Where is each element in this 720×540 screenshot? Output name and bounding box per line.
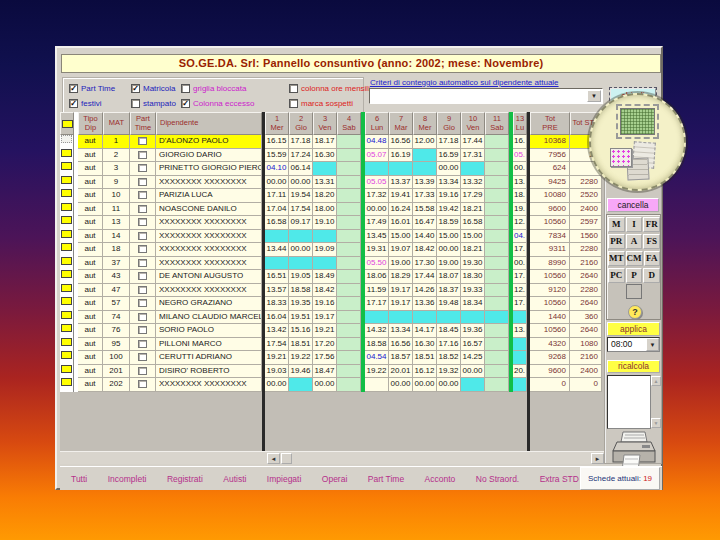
cell-day[interactable]: 17.18 xyxy=(289,135,313,149)
cell-day[interactable]: 15.00 xyxy=(461,230,485,244)
cell-day[interactable]: 17.30 xyxy=(413,257,437,271)
cell-day[interactable]: 18.06 xyxy=(365,270,389,284)
row-select-button[interactable] xyxy=(60,270,74,284)
cell-day[interactable]: 16.15 xyxy=(265,135,289,149)
cell-day[interactable]: 05. xyxy=(513,149,527,163)
row-select-button[interactable] xyxy=(60,324,74,338)
cell-day[interactable]: 15.00 xyxy=(437,230,461,244)
cell-day[interactable] xyxy=(485,365,509,379)
cell-day[interactable]: 18.45 xyxy=(437,324,461,338)
code-button-fr[interactable]: FR xyxy=(643,217,660,232)
cell-day[interactable]: 19.00 xyxy=(389,257,413,271)
cell-day[interactable]: 19.51 xyxy=(289,311,313,325)
cell-day[interactable]: 19.32 xyxy=(437,365,461,379)
cell-part-time-checkbox[interactable] xyxy=(130,270,156,284)
cell-day[interactable]: 17.54 xyxy=(289,203,313,217)
cell-day[interactable] xyxy=(389,162,413,176)
cell-day[interactable]: 00.00 xyxy=(437,243,461,257)
cell-dipendente[interactable]: DISIRO' ROBERTO xyxy=(156,365,262,379)
cell-day[interactable]: 14.40 xyxy=(413,230,437,244)
cell-day[interactable]: 19.31 xyxy=(365,243,389,257)
code-button-pc[interactable]: PC xyxy=(608,268,625,283)
cell-day[interactable] xyxy=(485,162,509,176)
cell-day[interactable]: 19.22 xyxy=(289,351,313,365)
cell-part-time-checkbox[interactable] xyxy=(130,149,156,163)
yellow-box-icon[interactable] xyxy=(61,311,72,319)
cell-day[interactable]: 19.17 xyxy=(313,311,337,325)
cell-day[interactable] xyxy=(513,351,527,365)
cell-day[interactable] xyxy=(337,270,361,284)
cell-day[interactable] xyxy=(485,351,509,365)
cell-dipendente[interactable]: PARIZIA LUCA xyxy=(156,189,262,203)
checkbox-icon[interactable] xyxy=(138,299,147,307)
checkbox-matricola[interactable]: ✓Matricola xyxy=(131,81,179,96)
cell-day[interactable] xyxy=(485,189,509,203)
yellow-box-icon[interactable] xyxy=(61,176,72,184)
cell-day[interactable] xyxy=(337,378,361,392)
cell-day[interactable] xyxy=(337,243,361,257)
filter-button-registrati[interactable]: Registrati xyxy=(166,472,204,486)
cell-day[interactable]: 17. xyxy=(513,297,527,311)
cell-day[interactable] xyxy=(313,162,337,176)
cell-day[interactable] xyxy=(461,378,485,392)
cell-day[interactable]: 13.44 xyxy=(265,243,289,257)
cell-day[interactable] xyxy=(437,311,461,325)
cell-day[interactable]: 00.00 xyxy=(289,243,313,257)
cell-day[interactable]: 15.58 xyxy=(413,203,437,217)
filter-button-acconto[interactable]: Acconto xyxy=(424,472,457,486)
cell-day[interactable]: 17.54 xyxy=(265,338,289,352)
cell-day[interactable]: 19.48 xyxy=(437,297,461,311)
cell-day[interactable]: 17.18 xyxy=(437,135,461,149)
cell-day[interactable]: 15.16 xyxy=(289,324,313,338)
row-select-button[interactable] xyxy=(60,176,74,190)
cell-day[interactable]: 18.42 xyxy=(413,243,437,257)
cell-day[interactable] xyxy=(485,149,509,163)
chevron-down-icon[interactable]: ▼ xyxy=(587,90,601,102)
cell-day[interactable] xyxy=(413,311,437,325)
cell-day[interactable]: 16.59 xyxy=(437,149,461,163)
cell-day[interactable] xyxy=(337,365,361,379)
cell-day[interactable] xyxy=(485,135,509,149)
checkbox-festivi[interactable]: ✓festivi xyxy=(69,96,129,111)
cell-day[interactable]: 09.17 xyxy=(289,216,313,230)
cell-day[interactable] xyxy=(461,311,485,325)
cell-day[interactable]: 00.00 xyxy=(265,176,289,190)
checkbox-icon[interactable] xyxy=(138,164,147,172)
cell-day[interactable]: 13.39 xyxy=(413,176,437,190)
checkbox-icon[interactable] xyxy=(138,218,147,226)
cell-day[interactable]: 19. xyxy=(513,203,527,217)
cell-day[interactable] xyxy=(485,257,509,271)
cell-day[interactable] xyxy=(337,311,361,325)
cell-day[interactable]: 20. xyxy=(513,365,527,379)
cell-day[interactable]: 00.00 xyxy=(413,378,437,392)
cell-day[interactable]: 19.22 xyxy=(365,365,389,379)
cell-day[interactable]: 11.59 xyxy=(365,284,389,298)
cell-day[interactable]: 15.00 xyxy=(389,230,413,244)
cell-day[interactable] xyxy=(337,162,361,176)
row-select-button[interactable] xyxy=(60,365,74,379)
code-button-d[interactable]: D xyxy=(643,268,660,283)
cell-day[interactable]: 13.37 xyxy=(389,176,413,190)
cell-day[interactable] xyxy=(265,257,289,271)
cell-dipendente[interactable]: XXXXXXXX XXXXXXXX xyxy=(156,176,262,190)
cell-day[interactable]: 04.54 xyxy=(365,351,389,365)
code-button-p[interactable]: P xyxy=(626,268,643,283)
checkbox-icon[interactable] xyxy=(138,191,147,199)
yellow-box-icon[interactable] xyxy=(61,338,72,346)
checkbox-icon[interactable] xyxy=(138,326,147,334)
cell-day[interactable]: 19.07 xyxy=(389,243,413,257)
checkbox-icon[interactable]: ✓ xyxy=(69,99,78,108)
filter-button-no-straord-[interactable]: No Straord. xyxy=(475,472,520,486)
side-listbox[interactable]: ▲ ▼ xyxy=(607,375,651,429)
cell-day[interactable] xyxy=(337,284,361,298)
row-select-button[interactable] xyxy=(60,149,74,163)
cell-day[interactable]: 18.49 xyxy=(313,270,337,284)
code-button-i[interactable]: I xyxy=(626,217,643,232)
cell-day[interactable]: 00.00 xyxy=(365,203,389,217)
cell-day[interactable]: 17.16 xyxy=(437,338,461,352)
cell-day[interactable]: 19.42 xyxy=(437,203,461,217)
cell-day[interactable]: 18. xyxy=(513,189,527,203)
cell-day[interactable]: 19.33 xyxy=(461,284,485,298)
cell-day[interactable]: 00.00 xyxy=(389,378,413,392)
row-select-button[interactable] xyxy=(60,311,74,325)
